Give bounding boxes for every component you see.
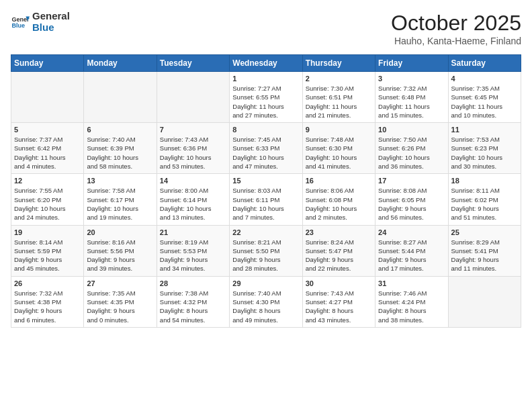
day-info-line: Sunset: 6:39 PM (87, 144, 153, 152)
calendar-cell: 10Sunrise: 7:50 AMSunset: 6:26 PMDayligh… (375, 123, 448, 174)
day-info-line: and 45 minutes. (14, 264, 81, 273)
day-info-line: Sunset: 5:59 PM (14, 246, 81, 255)
day-info-line: Daylight: 11 hours (451, 102, 518, 111)
calendar-cell: 15Sunrise: 8:03 AMSunset: 6:11 PMDayligh… (230, 174, 302, 225)
day-info-line: Daylight: 10 hours (451, 153, 518, 162)
calendar-cell: 25Sunrise: 8:29 AMSunset: 5:41 PMDayligh… (448, 225, 521, 276)
calendar-cell: 18Sunrise: 8:11 AMSunset: 6:02 PMDayligh… (448, 174, 521, 225)
day-info: Sunrise: 8:29 AMSunset: 5:41 PMDaylight:… (451, 238, 518, 273)
day-info-line: Sunrise: 8:08 AM (378, 186, 445, 195)
day-info: Sunrise: 7:40 AMSunset: 6:39 PMDaylight:… (87, 135, 153, 171)
calendar-cell: 20Sunrise: 8:16 AMSunset: 5:56 PMDayligh… (84, 225, 157, 276)
weekday-header-row: SundayMondayTuesdayWednesdayThursdayFrid… (11, 55, 521, 72)
calendar-cell: 8Sunrise: 7:45 AMSunset: 6:33 PMDaylight… (230, 123, 302, 174)
day-number: 31 (378, 279, 445, 287)
weekday-header-thursday: Thursday (302, 55, 375, 72)
day-number: 29 (232, 279, 299, 287)
day-info-line: and 56 minutes. (378, 213, 445, 222)
day-info-line: and 22 minutes. (306, 264, 372, 273)
day-info: Sunrise: 7:45 AMSunset: 6:33 PMDaylight:… (232, 135, 299, 171)
day-info-line: and 38 minutes. (378, 316, 445, 324)
day-number: 10 (378, 126, 445, 134)
day-info: Sunrise: 8:19 AMSunset: 5:53 PMDaylight:… (160, 238, 226, 273)
calendar-cell: 5Sunrise: 7:37 AMSunset: 6:42 PMDaylight… (11, 123, 84, 174)
day-number: 2 (306, 75, 372, 83)
day-info-line: Sunset: 5:53 PM (160, 246, 226, 255)
day-info-line: and 24 minutes. (14, 213, 81, 222)
day-number: 16 (306, 177, 372, 185)
day-info-line: and 34 minutes. (160, 264, 226, 273)
day-info-line: and 58 minutes. (87, 162, 153, 171)
calendar-cell (11, 72, 84, 123)
day-info-line: and 51 minutes. (451, 213, 518, 222)
day-info-line: Sunrise: 8:14 AM (14, 238, 81, 246)
day-info-line: Sunrise: 7:43 AM (160, 135, 226, 144)
day-number: 6 (87, 126, 153, 134)
day-info: Sunrise: 8:11 AMSunset: 6:02 PMDaylight:… (451, 186, 518, 222)
day-info-line: and 43 minutes. (306, 316, 372, 324)
day-info-line: Sunrise: 8:19 AM (160, 238, 226, 246)
day-info-line: Sunrise: 8:06 AM (306, 186, 372, 195)
day-number: 8 (232, 126, 299, 134)
day-info-line: and 53 minutes. (160, 162, 226, 171)
day-number: 12 (14, 177, 81, 185)
day-info-line: Sunrise: 7:32 AM (14, 289, 81, 298)
day-info: Sunrise: 8:00 AMSunset: 6:14 PMDaylight:… (160, 186, 226, 222)
calendar-cell: 30Sunrise: 7:43 AMSunset: 4:27 PMDayligh… (302, 276, 375, 327)
day-info-line: and 21 minutes. (306, 111, 372, 120)
day-number: 23 (306, 228, 372, 236)
day-info-line: Sunset: 4:27 PM (306, 298, 372, 306)
day-info-line: Sunset: 6:23 PM (451, 144, 518, 152)
day-info-line: Sunrise: 7:53 AM (451, 135, 518, 144)
day-info-line: Sunset: 6:14 PM (160, 195, 226, 204)
weekday-header-saturday: Saturday (448, 55, 521, 72)
calendar-cell: 28Sunrise: 7:38 AMSunset: 4:32 PMDayligh… (157, 276, 229, 327)
day-info-line: Sunrise: 8:21 AM (232, 238, 299, 246)
calendar-cell: 16Sunrise: 8:06 AMSunset: 6:08 PMDayligh… (302, 174, 375, 225)
weekday-header-tuesday: Tuesday (157, 55, 229, 72)
calendar-cell: 2Sunrise: 7:30 AMSunset: 6:51 PMDaylight… (302, 72, 375, 123)
calendar-week-2: 5Sunrise: 7:37 AMSunset: 6:42 PMDaylight… (11, 123, 521, 174)
logo-general-text: General (32, 11, 70, 22)
day-info-line: Sunrise: 7:35 AM (451, 84, 518, 93)
calendar-week-5: 26Sunrise: 7:32 AMSunset: 4:38 PMDayligh… (11, 276, 521, 327)
day-info-line: Daylight: 9 hours (451, 204, 518, 213)
day-info-line: Daylight: 10 hours (160, 204, 226, 213)
day-info-line: and 28 minutes. (232, 264, 299, 273)
day-info-line: Daylight: 9 hours (378, 204, 445, 213)
day-number: 22 (232, 228, 299, 236)
day-info-line: Daylight: 8 hours (378, 306, 445, 315)
day-info: Sunrise: 8:06 AMSunset: 6:08 PMDaylight:… (306, 186, 372, 222)
day-info-line: Sunset: 5:47 PM (306, 246, 372, 255)
day-info: Sunrise: 8:27 AMSunset: 5:44 PMDaylight:… (378, 238, 445, 273)
day-info: Sunrise: 8:14 AMSunset: 5:59 PMDaylight:… (14, 238, 81, 273)
day-info-line: and 47 minutes. (232, 162, 299, 171)
calendar-week-4: 19Sunrise: 8:14 AMSunset: 5:59 PMDayligh… (11, 225, 521, 276)
calendar-cell: 13Sunrise: 7:58 AMSunset: 6:17 PMDayligh… (84, 174, 157, 225)
day-info: Sunrise: 7:32 AMSunset: 4:38 PMDaylight:… (14, 289, 81, 324)
day-info: Sunrise: 7:27 AMSunset: 6:55 PMDaylight:… (232, 84, 299, 120)
day-info-line: Sunset: 5:41 PM (451, 246, 518, 255)
calendar-table: SundayMondayTuesdayWednesdayThursdayFrid… (11, 54, 521, 328)
day-info-line: Sunrise: 7:46 AM (378, 289, 445, 298)
day-info-line: and 54 minutes. (160, 316, 226, 324)
day-info-line: Sunrise: 8:00 AM (160, 186, 226, 195)
month-title: October 2025 (391, 11, 521, 36)
weekday-header-sunday: Sunday (11, 55, 84, 72)
day-info-line: Daylight: 8 hours (306, 306, 372, 315)
day-info-line: Sunset: 6:11 PM (232, 195, 299, 204)
day-info-line: Sunrise: 7:30 AM (306, 84, 372, 93)
day-info-line: and 13 minutes. (160, 213, 226, 222)
day-info-line: Daylight: 9 hours (378, 255, 445, 264)
day-info-line: Daylight: 11 hours (232, 102, 299, 111)
logo-icon: General Blue (11, 13, 30, 32)
day-info-line: Sunset: 5:44 PM (378, 246, 445, 255)
calendar-cell: 29Sunrise: 7:40 AMSunset: 4:30 PMDayligh… (230, 276, 302, 327)
day-number: 17 (378, 177, 445, 185)
day-number: 11 (451, 126, 518, 134)
day-info-line: Sunrise: 7:37 AM (14, 135, 81, 144)
calendar-week-1: 1Sunrise: 7:27 AMSunset: 6:55 PMDaylight… (11, 72, 521, 123)
day-number: 1 (232, 75, 299, 83)
day-info: Sunrise: 7:37 AMSunset: 6:42 PMDaylight:… (14, 135, 81, 171)
day-number: 18 (451, 177, 518, 185)
